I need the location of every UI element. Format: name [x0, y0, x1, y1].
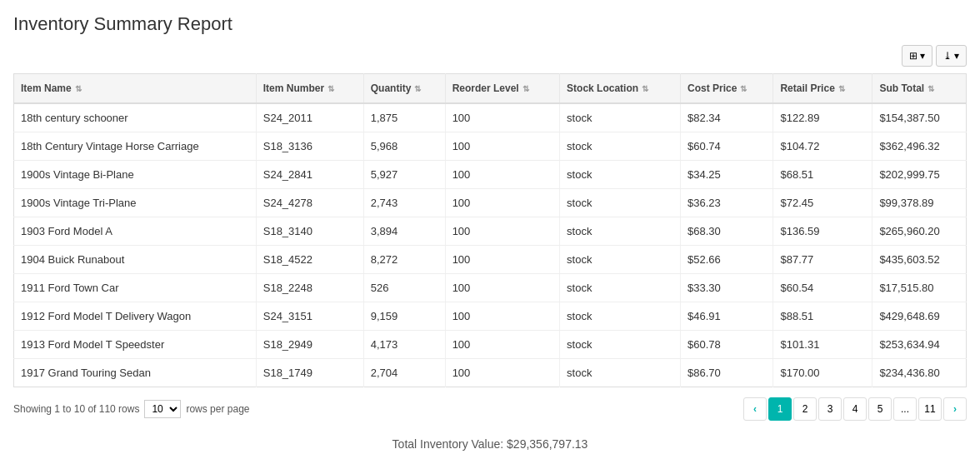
- cell-quantity: 2,704: [363, 359, 445, 387]
- cell-item_name: 1900s Vintage Bi-Plane: [14, 161, 257, 189]
- cell-item_name: 18th century schooner: [14, 103, 257, 132]
- column-header-item_number[interactable]: Item Number⇅: [256, 74, 363, 104]
- pagination-page-4[interactable]: 4: [843, 397, 867, 421]
- cell-sub_total: $362,496.32: [872, 132, 967, 161]
- cell-item_number: S18_2949: [256, 331, 363, 359]
- sort-icon-cost_price: ⇅: [740, 84, 747, 93]
- cell-item_name: 18th Century Vintage Horse Carriage: [14, 132, 257, 161]
- column-header-cost_price[interactable]: Cost Price⇅: [681, 74, 773, 104]
- cell-sub_total: $154,387.50: [872, 103, 967, 132]
- pagination-prev[interactable]: ‹: [743, 397, 767, 421]
- cell-retail_price: $104.72: [773, 132, 872, 161]
- cell-quantity: 1,875: [363, 103, 445, 132]
- cell-stock_location: stock: [560, 246, 681, 274]
- page-title: Inventory Summary Report: [13, 13, 967, 35]
- cell-reorder_level: 100: [445, 217, 559, 246]
- table-row: 1903 Ford Model AS18_31403,894100stock$6…: [14, 217, 967, 246]
- cell-quantity: 526: [363, 274, 445, 302]
- cell-reorder_level: 100: [445, 274, 559, 302]
- cell-retail_price: $87.77: [773, 246, 872, 274]
- pagination-page-5[interactable]: 5: [868, 397, 892, 421]
- table-row: 18th century schoonerS24_20111,875100sto…: [14, 103, 967, 132]
- pagination-page-3[interactable]: 3: [818, 397, 842, 421]
- cell-reorder_level: 100: [445, 189, 559, 217]
- inventory-table: Item Name⇅Item Number⇅Quantity⇅Reorder L…: [13, 73, 967, 387]
- sort-icon-item_name: ⇅: [75, 84, 82, 93]
- rows-per-page-select[interactable]: 10 25 50: [144, 400, 181, 418]
- cell-cost_price: $36.23: [681, 189, 773, 217]
- cell-cost_price: $60.74: [681, 132, 773, 161]
- columns-toggle-button[interactable]: ⊞ ▾: [902, 45, 932, 67]
- export-dropdown-arrow: ▾: [954, 50, 959, 62]
- total-inventory-value: Total Inventory Value: $29,356,797.13: [13, 437, 967, 451]
- cell-retail_price: $170.00: [773, 359, 872, 387]
- cell-stock_location: stock: [560, 302, 681, 331]
- cell-item_number: S18_4522: [256, 246, 363, 274]
- cell-sub_total: $99,378.89: [872, 189, 967, 217]
- cell-item_number: S24_4278: [256, 189, 363, 217]
- cell-reorder_level: 100: [445, 161, 559, 189]
- cell-retail_price: $101.31: [773, 331, 872, 359]
- cell-retail_price: $68.51: [773, 161, 872, 189]
- cell-cost_price: $82.34: [681, 103, 773, 132]
- cell-quantity: 5,927: [363, 161, 445, 189]
- rows-per-page-label: rows per page: [186, 403, 249, 415]
- cell-stock_location: stock: [560, 331, 681, 359]
- cell-reorder_level: 100: [445, 331, 559, 359]
- table-row: 1917 Grand Touring SedanS18_17492,704100…: [14, 359, 967, 387]
- cell-reorder_level: 100: [445, 103, 559, 132]
- table-header-row: Item Name⇅Item Number⇅Quantity⇅Reorder L…: [14, 74, 967, 104]
- column-header-reorder_level[interactable]: Reorder Level⇅: [445, 74, 559, 104]
- export-icon: ⤓: [943, 50, 952, 62]
- cell-item_name: 1912 Ford Model T Delivery Wagon: [14, 302, 257, 331]
- cell-item_number: S24_2011: [256, 103, 363, 132]
- cell-stock_location: stock: [560, 189, 681, 217]
- cell-reorder_level: 100: [445, 302, 559, 331]
- column-header-item_name[interactable]: Item Name⇅: [14, 74, 257, 104]
- cell-reorder_level: 100: [445, 359, 559, 387]
- cell-item_number: S18_2248: [256, 274, 363, 302]
- pagination-page-11[interactable]: 11: [918, 397, 942, 421]
- cell-quantity: 4,173: [363, 331, 445, 359]
- cell-retail_price: $136.59: [773, 217, 872, 246]
- pagination-page-1[interactable]: 1: [768, 397, 792, 421]
- cell-stock_location: stock: [560, 161, 681, 189]
- cell-retail_price: $122.89: [773, 103, 872, 132]
- sort-icon-stock_location: ⇅: [642, 84, 648, 93]
- sort-icon-sub_total: ⇅: [928, 84, 934, 93]
- column-header-sub_total[interactable]: Sub Total⇅: [872, 74, 967, 104]
- showing-info: Showing 1 to 10 of 110 rows 10 25 50 row…: [13, 400, 249, 418]
- cell-quantity: 2,743: [363, 189, 445, 217]
- cell-quantity: 9,159: [363, 302, 445, 331]
- pagination-ellipsis: ...: [893, 397, 917, 421]
- pagination-next[interactable]: ›: [943, 397, 967, 421]
- cell-retail_price: $60.54: [773, 274, 872, 302]
- column-header-quantity[interactable]: Quantity⇅: [363, 74, 445, 104]
- cell-sub_total: $253,634.94: [872, 331, 967, 359]
- sort-icon-item_number: ⇅: [328, 84, 334, 93]
- column-header-retail_price[interactable]: Retail Price⇅: [773, 74, 872, 104]
- column-header-stock_location[interactable]: Stock Location⇅: [560, 74, 681, 104]
- cell-stock_location: stock: [560, 274, 681, 302]
- cell-item_number: S18_3136: [256, 132, 363, 161]
- cell-quantity: 8,272: [363, 246, 445, 274]
- cell-item_name: 1904 Buick Runabout: [14, 246, 257, 274]
- cell-cost_price: $86.70: [681, 359, 773, 387]
- cell-cost_price: $52.66: [681, 246, 773, 274]
- cell-quantity: 5,968: [363, 132, 445, 161]
- cell-cost_price: $68.30: [681, 217, 773, 246]
- cell-item_number: S18_1749: [256, 359, 363, 387]
- cell-item_number: S24_2841: [256, 161, 363, 189]
- export-button[interactable]: ⤓ ▾: [936, 45, 967, 67]
- cell-item_number: S18_3140: [256, 217, 363, 246]
- cell-reorder_level: 100: [445, 246, 559, 274]
- table-row: 18th Century Vintage Horse CarriageS18_3…: [14, 132, 967, 161]
- cell-sub_total: $265,960.20: [872, 217, 967, 246]
- footer-bar: Showing 1 to 10 of 110 rows 10 25 50 row…: [13, 397, 967, 421]
- cell-sub_total: $234,436.80: [872, 359, 967, 387]
- cell-retail_price: $72.45: [773, 189, 872, 217]
- cell-cost_price: $34.25: [681, 161, 773, 189]
- pagination-page-2[interactable]: 2: [793, 397, 817, 421]
- sort-icon-reorder_level: ⇅: [522, 84, 529, 93]
- columns-icon: ⊞: [909, 50, 918, 62]
